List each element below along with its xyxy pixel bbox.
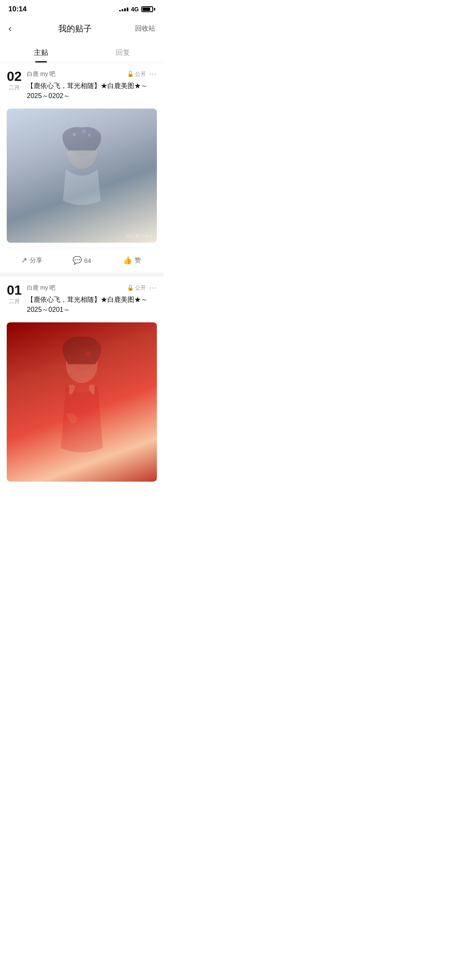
lock-icon-1: 🔓 <box>127 71 134 77</box>
forum-name-2: 白鹿 my 吧 <box>27 284 55 292</box>
status-bar: 10:14 4G <box>0 0 164 17</box>
posts-list: 02 二月 白鹿 my 吧 🔓 公开 ··· 【鹿依心飞，茸光相随】★白鹿美图★… <box>0 63 164 482</box>
action-bar-1: ↗ 分享 💬 64 👍 赞 <box>7 248 157 272</box>
status-icons: 4G <box>119 6 155 13</box>
post-header-2: 01 二月 白鹿 my 吧 🔓 公开 ··· 【鹿依心飞，茸光相随】★白鹿美图★… <box>7 283 157 319</box>
share-icon-1: ↗ <box>21 256 27 265</box>
network-label: 4G <box>131 6 139 13</box>
share-button-1[interactable]: ↗ 分享 <box>7 253 57 267</box>
more-menu-1[interactable]: ··· <box>149 70 157 78</box>
tab-reply[interactable]: 回复 <box>82 42 164 62</box>
post-image-container-2[interactable] <box>7 322 157 482</box>
comment-button-1[interactable]: 💬 64 <box>57 253 107 267</box>
post-meta-1: 白鹿 my 吧 🔓 公开 ··· 【鹿依心飞，茸光相随】★白鹿美图★～2025～… <box>27 70 157 105</box>
date-month-2: 二月 <box>9 298 20 305</box>
forum-name-1: 白鹿 my 吧 <box>27 70 55 78</box>
post-header-1: 02 二月 白鹿 my 吧 🔓 公开 ··· 【鹿依心飞，茸光相随】★白鹿美图★… <box>7 70 157 105</box>
back-button[interactable]: ‹ <box>8 21 15 36</box>
post-image-2 <box>7 322 157 482</box>
nav-bar: ‹ 我的贴子 回收站 <box>0 17 164 42</box>
post-title-1[interactable]: 【鹿依心飞，茸光相随】★白鹿美图★～2025～0202～ <box>27 81 157 101</box>
svg-point-5 <box>88 134 91 137</box>
post-meta-row-1: 白鹿 my 吧 🔓 公开 ··· <box>27 70 157 78</box>
post-card-2: 01 二月 白鹿 my 吧 🔓 公开 ··· 【鹿依心飞，茸光相随】★白鹿美图★… <box>0 277 164 482</box>
like-button-1[interactable]: 👍 赞 <box>107 253 157 267</box>
page-title: 我的贴子 <box>58 23 92 34</box>
post-meta-row-2: 白鹿 my 吧 🔓 公开 ··· <box>27 283 157 292</box>
post-card-1: 02 二月 白鹿 my 吧 🔓 公开 ··· 【鹿依心飞，茸光相随】★白鹿美图★… <box>0 63 164 272</box>
post-meta-2: 白鹿 my 吧 🔓 公开 ··· 【鹿依心飞，茸光相随】★白鹿美图★～2025～… <box>27 283 157 319</box>
like-icon-1: 👍 <box>123 256 132 265</box>
public-status-1: 🔓 公开 <box>127 70 146 78</box>
watermark-1: @白鹿Online <box>125 233 153 239</box>
svg-point-8 <box>85 351 91 357</box>
post-image-container-1[interactable]: @白鹿Online <box>7 109 157 243</box>
date-day-2: 01 <box>7 283 22 297</box>
signal-icon <box>119 8 128 11</box>
post-image-1: @白鹿Online <box>7 109 157 243</box>
post-status-2: 🔓 公开 ··· <box>127 283 157 292</box>
post-title-2[interactable]: 【鹿依心飞，茸光相随】★白鹿美图★～2025～0201～ <box>27 295 157 315</box>
lock-icon-2: 🔓 <box>127 285 134 291</box>
comment-icon-1: 💬 <box>73 256 82 265</box>
date-block-2: 01 二月 <box>7 283 22 305</box>
svg-point-3 <box>73 133 76 136</box>
more-menu-2[interactable]: ··· <box>149 283 157 292</box>
tabs-container: 主贴 回复 <box>0 42 164 63</box>
date-month-1: 二月 <box>9 84 20 91</box>
svg-point-4 <box>82 130 86 134</box>
battery-icon <box>141 6 155 12</box>
status-time: 10:14 <box>8 5 26 13</box>
tab-main-post[interactable]: 主贴 <box>0 42 82 62</box>
date-day-1: 02 <box>7 70 22 83</box>
post-status-1: 🔓 公开 ··· <box>127 70 157 78</box>
date-block-1: 02 二月 <box>7 70 22 91</box>
recycle-bin-button[interactable]: 回收站 <box>135 24 155 33</box>
public-status-2: 🔓 公开 <box>127 284 146 292</box>
